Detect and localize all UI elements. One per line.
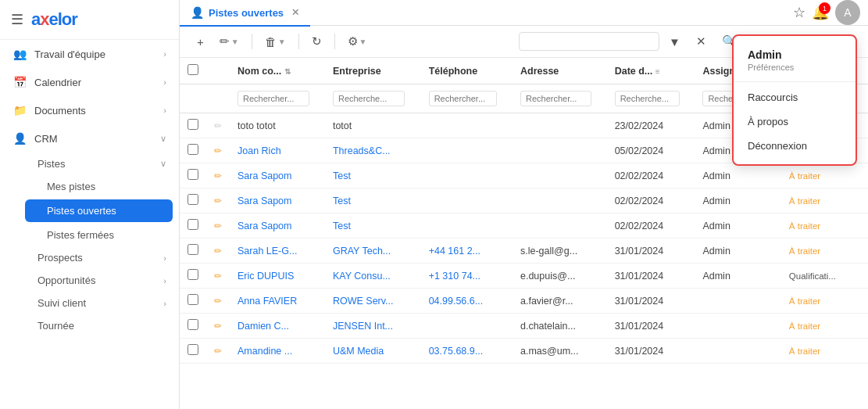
separator2 [298, 34, 299, 49]
main-content: 👤 Pistes ouvertes ✕ ☆ 🔔 1 A Admin Préfér… [180, 0, 868, 409]
row-checkbox[interactable] [188, 119, 198, 130]
avatar[interactable]: A [835, 0, 860, 25]
dropdown-deconnexion[interactable]: Déconnexion [734, 134, 855, 158]
name-cell[interactable]: Anna FAVIER [230, 289, 325, 314]
phone-cell[interactable]: +44 161 2... [421, 239, 513, 264]
company-cell[interactable]: KAY Consu... [325, 264, 421, 289]
sidebar-sub-label: Prospects [38, 252, 83, 264]
phone-cell[interactable]: 04.99.56.6... [421, 289, 513, 314]
search-nom-input[interactable] [238, 91, 309, 106]
settings-button[interactable]: ⚙ ▼ [341, 30, 373, 52]
settings-chevron-icon: ▼ [359, 38, 367, 46]
row-checkbox[interactable] [188, 319, 198, 330]
sidebar-item-prospects[interactable]: Prospects › [25, 246, 179, 269]
edit-pencil-icon[interactable]: ✏ [214, 271, 222, 282]
sidebar-item-travail-equipe[interactable]: 👥 Travail d'équipe › [0, 40, 179, 68]
search-telephone-input[interactable] [429, 91, 498, 106]
search-input[interactable] [519, 32, 659, 51]
sidebar-item-documents[interactable]: 📁 Documents › [0, 96, 179, 124]
sidebar-item-tournee[interactable]: Tournée [25, 314, 179, 337]
search-entreprise-input[interactable] [333, 91, 405, 106]
name-cell[interactable]: Sara Sapom [230, 213, 325, 239]
name-cell[interactable]: Joan Rich [230, 138, 325, 163]
col-date[interactable]: Date d... ≡ [607, 58, 695, 84]
col-select-all[interactable] [180, 58, 206, 84]
dropdown-preferences[interactable]: Préférences [734, 63, 855, 78]
edit-pencil-icon[interactable]: ✏ [214, 196, 222, 206]
col-adresse[interactable]: Adresse [513, 58, 607, 84]
row-checkbox[interactable] [188, 244, 198, 255]
name-cell[interactable]: Damien C... [230, 314, 325, 339]
edit-pencil-icon[interactable]: ✏ [214, 221, 222, 231]
row-checkbox[interactable] [188, 344, 198, 355]
sidebar-item-suivi-client[interactable]: Suivi client › [25, 292, 179, 314]
phone-cell[interactable]: +1 310 74... [421, 264, 513, 289]
col-nom[interactable]: Nom co... ⇅ [230, 58, 325, 84]
sidebar-sub-label: Suivi client [38, 297, 86, 309]
edit-pencil-icon[interactable]: ✏ [214, 296, 222, 307]
delete-button[interactable]: 🗑 ▼ [259, 31, 292, 52]
row-checkbox[interactable] [188, 294, 198, 305]
edit-pencil-icon[interactable]: ✏ [214, 321, 222, 332]
star-icon[interactable]: ☆ [793, 4, 805, 21]
company-cell[interactable]: ROWE Serv... [325, 289, 421, 314]
name-cell[interactable]: Sara Sapom [230, 163, 325, 188]
row-checkbox[interactable] [188, 144, 198, 155]
edit-pencil-icon[interactable]: ✏ [214, 145, 222, 156]
name-cell[interactable]: Sarah LE-G... [230, 239, 325, 264]
sort-filter-icon[interactable]: ≡ [655, 67, 660, 76]
crm-icon: 👤 [13, 131, 27, 145]
name-cell[interactable]: Amandine ... [230, 339, 325, 364]
col-telephone[interactable]: Téléphone [421, 58, 513, 84]
search-date-input[interactable] [615, 91, 680, 106]
tab-bar: 👤 Pistes ouvertes ✕ [180, 0, 793, 25]
add-button[interactable]: + [191, 31, 210, 52]
company-cell[interactable]: Test [325, 188, 421, 213]
tab-pistes-ouvertes[interactable]: 👤 Pistes ouvertes ✕ [180, 0, 310, 27]
sidebar-item-label: Documents [34, 105, 86, 117]
address-cell [513, 163, 607, 188]
sidebar-sub-label: Mes pistes [47, 181, 95, 192]
edit-button[interactable]: ✏ ▼ [213, 30, 245, 52]
company-cell[interactable]: JENSEN Int... [325, 314, 421, 339]
sidebar-item-pistes-ouvertes[interactable]: Pistes ouvertes [25, 199, 173, 222]
sidebar-item-crm[interactable]: 👤 CRM ∨ [0, 124, 179, 152]
company-cell[interactable]: Test [325, 163, 421, 188]
sidebar-sub-label: Pistes [38, 158, 65, 170]
dropdown-apropos[interactable]: À propos [734, 109, 855, 134]
sidebar-header: ☰ axelor [0, 0, 179, 40]
status-cell: À traiter [781, 314, 868, 339]
dropdown-raccourcis[interactable]: Raccourcis [734, 85, 855, 109]
edit-pencil-icon[interactable]: ✏ [214, 246, 222, 257]
name-cell[interactable]: Sara Sapom [230, 188, 325, 213]
phone-cell[interactable]: 03.75.68.9... [421, 339, 513, 364]
search-nom [230, 84, 325, 113]
name-cell[interactable]: Eric DUPUIS [230, 264, 325, 289]
company-cell[interactable]: U&M Media [325, 339, 421, 364]
select-all-checkbox[interactable] [188, 64, 198, 75]
row-checkbox[interactable] [188, 169, 198, 180]
search-adresse-input[interactable] [520, 91, 591, 106]
edit-pencil-icon[interactable]: ✏ [214, 346, 222, 357]
col-entreprise[interactable]: Entreprise [325, 58, 421, 84]
row-checkbox[interactable] [188, 219, 198, 230]
sidebar-item-pistes[interactable]: Pistes ∨ [25, 152, 179, 175]
search-dropdown-button[interactable]: ▼ [663, 31, 687, 52]
company-cell[interactable]: GRAY Tech... [325, 239, 421, 264]
company-cell[interactable]: Threads&C... [325, 138, 421, 163]
edit-pencil-icon[interactable]: ✏ [214, 120, 222, 131]
tab-close-button[interactable]: ✕ [291, 7, 299, 18]
edit-pencil-icon[interactable]: ✏ [214, 170, 222, 181]
edit-chevron-icon: ▼ [231, 38, 239, 46]
row-checkbox[interactable] [188, 269, 198, 280]
company-cell[interactable]: Test [325, 213, 421, 239]
notification-badge[interactable]: 🔔 1 [812, 4, 829, 21]
sidebar-item-pistes-fermees[interactable]: Pistes fermées [25, 224, 179, 246]
row-checkbox[interactable] [188, 194, 198, 205]
clear-search-button[interactable]: ✕ [690, 30, 713, 52]
hamburger-icon[interactable]: ☰ [11, 11, 23, 28]
sidebar-item-calendrier[interactable]: 📅 Calendrier › [0, 68, 179, 96]
refresh-button[interactable]: ↻ [305, 30, 328, 52]
sidebar-item-mes-pistes[interactable]: Mes pistes [25, 175, 179, 198]
sidebar-item-opportunites[interactable]: Opportunités › [25, 269, 179, 292]
